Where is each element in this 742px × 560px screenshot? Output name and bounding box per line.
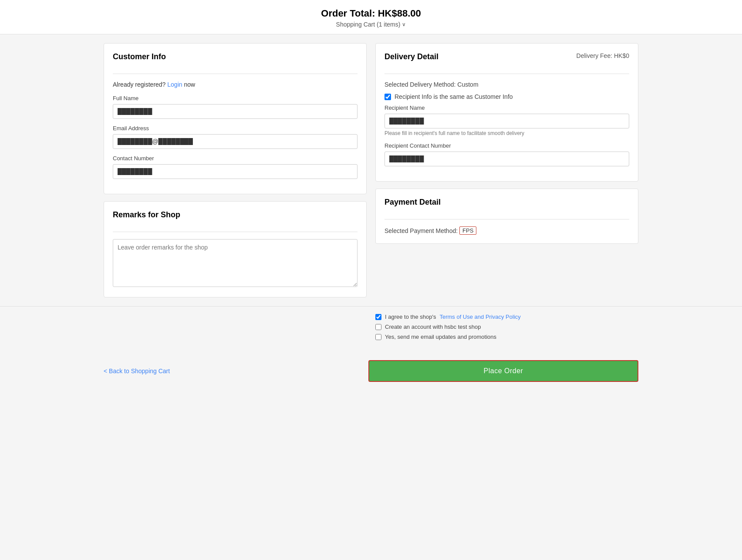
divider [113, 74, 358, 74]
create-account-label: Create an account with hsbc test shop [385, 324, 481, 330]
contact-group: Contact Number [113, 155, 358, 179]
email-group: Email Address [113, 125, 358, 149]
delivery-card-header: Delivery Detail Delivery Fee: HK$0 [384, 52, 629, 67]
email-label: Email Address [113, 125, 358, 132]
email-updates-row: Yes, send me email updates and promotion… [375, 334, 645, 340]
fps-badge: FPS [459, 226, 476, 235]
order-total: Order Total: HK$88.00 [9, 8, 733, 19]
page-header: Order Total: HK$88.00 Shopping Cart (1 i… [0, 0, 742, 34]
payment-detail-card: Payment Detail Selected Payment Method: … [375, 189, 638, 244]
terms-link[interactable]: Terms of Use and Privacy Policy [439, 314, 520, 320]
recipient-same-checkbox[interactable] [384, 94, 391, 100]
email-updates-label: Yes, send me email updates and promotion… [385, 334, 496, 340]
left-column: Customer Info Already registered? Login … [104, 43, 367, 297]
place-order-button[interactable]: Place Order [368, 360, 638, 382]
recipient-name-label: Recipient Name [384, 105, 629, 111]
contact-label: Contact Number [113, 155, 358, 162]
bottom-inner: I agree to the shop's Terms of Use and P… [97, 314, 645, 340]
chevron-down-icon[interactable]: ∨ [402, 21, 406, 27]
customer-info-card: Customer Info Already registered? Login … [104, 43, 367, 194]
customer-info-title: Customer Info [113, 52, 358, 67]
delivery-method: Selected Delivery Method: Custom [384, 81, 629, 88]
divider [384, 219, 629, 219]
create-account-row: Create an account with hsbc test shop [375, 324, 645, 330]
full-name-input[interactable] [113, 104, 358, 119]
recipient-contact-input[interactable] [384, 152, 629, 166]
divider [384, 74, 629, 74]
email-updates-checkbox[interactable] [375, 334, 381, 340]
delivery-fee: Delivery Fee: HK$0 [577, 52, 629, 59]
full-name-group: Full Name [113, 95, 358, 119]
recipient-same-label: Recipient Info is the same as Customer I… [395, 93, 513, 100]
footer-actions-wrapper: < Back to Shopping Cart Place Order [0, 356, 742, 395]
main-content: Customer Info Already registered? Login … [97, 34, 645, 306]
create-account-checkbox[interactable] [375, 324, 381, 330]
delivery-title: Delivery Detail [384, 52, 438, 61]
recipient-same-row: Recipient Info is the same as Customer I… [384, 93, 629, 100]
recipient-name-group: Recipient Name Please fill in recipient'… [384, 105, 629, 136]
terms-pre: I agree to the shop's [385, 314, 436, 320]
recipient-contact-label: Recipient Contact Number [384, 142, 629, 149]
delivery-detail-card: Delivery Detail Delivery Fee: HK$0 Selec… [375, 43, 638, 182]
recipient-contact-group: Recipient Contact Number [384, 142, 629, 166]
remarks-textarea[interactable] [113, 239, 358, 287]
payment-method-row: Selected Payment Method: FPS [384, 226, 629, 235]
email-input[interactable] [113, 134, 358, 149]
cart-summary: Shopping Cart (1 items) ∨ [9, 21, 733, 28]
agreement-section: I agree to the shop's Terms of Use and P… [97, 314, 645, 340]
bottom-section: I agree to the shop's Terms of Use and P… [0, 306, 742, 356]
cart-summary-text: Shopping Cart (1 items) [336, 21, 401, 28]
right-column: Delivery Detail Delivery Fee: HK$0 Selec… [375, 43, 638, 297]
recipient-helper-text: Please fill in recipient's full name to … [384, 130, 629, 136]
footer-actions: < Back to Shopping Cart Place Order [97, 360, 645, 386]
terms-agreement-row: I agree to the shop's Terms of Use and P… [375, 314, 645, 320]
full-name-label: Full Name [113, 95, 358, 101]
back-to-cart-link[interactable]: < Back to Shopping Cart [104, 368, 170, 374]
payment-method-label: Selected Payment Method: [384, 227, 458, 234]
terms-checkbox[interactable] [375, 314, 381, 320]
login-prompt: Already registered? Login now [113, 81, 358, 88]
divider [113, 232, 358, 232]
contact-input[interactable] [113, 164, 358, 179]
login-link[interactable]: Login [167, 81, 182, 88]
payment-title: Payment Detail [384, 198, 629, 212]
recipient-name-input[interactable] [384, 114, 629, 128]
remarks-title: Remarks for Shop [113, 210, 358, 225]
remarks-card: Remarks for Shop [104, 201, 367, 297]
